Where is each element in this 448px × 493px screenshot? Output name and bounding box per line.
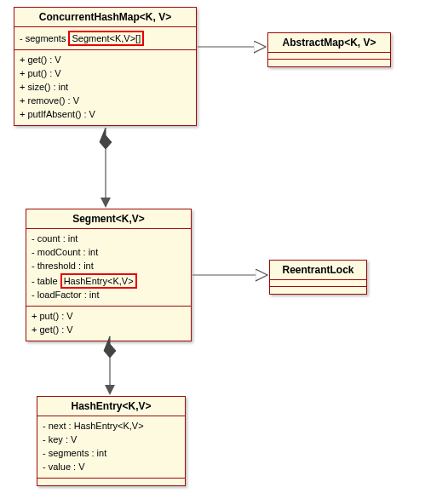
empty-section <box>37 479 185 485</box>
attribute-row: - threshold : int <box>32 260 186 273</box>
class-reentrantlock: ReentrantLock <box>269 260 367 295</box>
class-segment: Segment<K,V> - count : int - modCount : … <box>26 209 192 341</box>
attribute-row: - count : int <box>32 232 186 246</box>
attribute-row: - next : HashEntry<K,V> <box>43 420 180 433</box>
highlighted-type: Segment<K,V>[] <box>68 31 144 46</box>
class-abstractmap: AbstractMap<K, V> <box>267 32 391 67</box>
class-concurrenthashmap: ConcurrentHashMap<K, V> - segments Segme… <box>14 7 197 126</box>
edge-composition <box>100 128 112 208</box>
operations-section: + get() : V + put() : V + size() : int +… <box>14 50 196 125</box>
class-title: HashEntry<K,V> <box>37 397 185 416</box>
operation-row: + putIfAbsent() : V <box>20 108 191 122</box>
operation-row: + remove() : V <box>20 95 191 108</box>
attribute-row: - segments Segment<K,V>[] <box>20 31 191 46</box>
attr-prefix: - segments <box>20 33 66 43</box>
operation-row: + size() : int <box>20 81 191 95</box>
operation-row: + get() : V <box>32 324 186 337</box>
class-hashentry: HashEntry<K,V> - next : HashEntry<K,V> -… <box>37 396 186 486</box>
operation-row: + put() : V <box>32 310 186 324</box>
class-title: AbstractMap<K, V> <box>268 33 390 53</box>
class-title: Segment<K,V> <box>26 209 191 229</box>
attribute-row: - loadFactor : int <box>32 289 186 302</box>
attributes-section: - next : HashEntry<K,V> - key : V - segm… <box>37 416 185 479</box>
attribute-row: - table HashEntry<K,V> <box>32 273 186 289</box>
edge-composition <box>104 336 116 395</box>
attribute-row: - key : V <box>43 433 180 447</box>
empty-section <box>268 53 390 60</box>
attributes-section: - count : int - modCount : int - thresho… <box>26 229 191 307</box>
empty-section <box>270 280 366 287</box>
attributes-section: - segments Segment<K,V>[] <box>14 27 196 50</box>
operation-row: + get() : V <box>20 54 191 67</box>
highlighted-type: HashEntry<K,V> <box>60 273 137 289</box>
empty-section <box>268 60 390 66</box>
class-title: ConcurrentHashMap<K, V> <box>14 8 196 27</box>
attr-prefix: - table <box>32 276 58 286</box>
empty-section <box>270 287 366 294</box>
operations-section: + put() : V + get() : V <box>26 307 191 341</box>
operation-row: + put() : V <box>20 67 191 81</box>
attribute-row: - modCount : int <box>32 246 186 260</box>
attribute-row: - value : V <box>43 461 180 474</box>
class-title: ReentrantLock <box>270 261 366 280</box>
attribute-row: - segments : int <box>43 447 180 461</box>
